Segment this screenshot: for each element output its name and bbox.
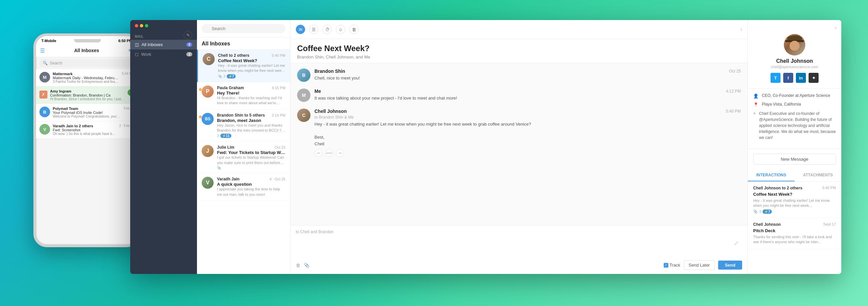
phone-avatar-square: ✗ [39, 91, 48, 98]
phone-email-preview: Hi Brandon, Since I scheduled this for y… [50, 97, 125, 101]
maximize-button[interactable] [145, 24, 148, 27]
email-sender: Chell to 2 others [218, 53, 249, 58]
thread-messages: B Brandon Shin Oct 25 Chell, nice to mee… [290, 63, 747, 225]
reply-all-btn[interactable]: ↩↩ [325, 149, 333, 157]
facebook-icon: f [787, 75, 789, 81]
phone-nav-bar: ☰ All Inboxes ✏ [36, 44, 137, 57]
email-item-varadh[interactable]: V Varadh Jain 4 · Oct 25 A quick questio… [197, 173, 290, 201]
toolbar-inbox-btn[interactable]: ✉ [296, 25, 305, 34]
attachment-icon[interactable]: 📎 [304, 263, 309, 268]
email-time: 5:40 PM [272, 54, 285, 57]
phone-carrier: T-Mobile [41, 39, 56, 43]
interaction-time: Sept 17 [823, 222, 836, 226]
track-checkbox[interactable]: ✓ Track [664, 263, 680, 268]
phone-email-item[interactable]: ✗ Amy Ingram Confirmation: Brandon, Bran… [36, 87, 137, 104]
toolbar-trash-btn[interactable]: 🗑 [349, 25, 359, 34]
message-text: Chell, nice to meet you! [314, 75, 741, 82]
toolbar-next-arrow[interactable]: › [741, 26, 742, 32]
interaction-item-coffee[interactable]: Chell Johnson to 2 others 5:40 PM Coffee… [748, 182, 841, 218]
interaction-item-pitch[interactable]: Chell Johnson Sept 17 Pitch Deck Thanks … [748, 218, 841, 249]
forward-btn[interactable]: ↪ [336, 149, 344, 157]
email-count: 3 [217, 134, 219, 137]
thread-compose: to Chell and Brandon ⤢ 🗑 📎 ✓ Track Send … [290, 225, 747, 274]
interaction-sender: Chell Johnson to 2 others [753, 186, 802, 190]
message-body: Me 4:12 PM It was nice talking about you… [314, 89, 741, 102]
toolbar-clock-btn[interactable]: ⏱ [322, 25, 332, 34]
message-to: to Brandon Shin & Me [314, 115, 741, 120]
other-social-button[interactable]: ✦ [809, 73, 818, 83]
email-item-paula[interactable]: P Paula Graham 4:15 PM Hey There! Hi Bra… [197, 82, 290, 110]
interaction-preview: Hey - it was great chatting earlier! Let… [753, 198, 836, 209]
message-sender: Chell Johnson [314, 109, 346, 114]
phone-status-bar: T-Mobile 6:50 PM [36, 36, 137, 44]
message-body: Chell Johnson 5:40 PM to Brandon Shin & … [314, 109, 741, 157]
phone-menu-icon[interactable]: ☰ [40, 48, 45, 54]
unread-dot [199, 88, 202, 91]
tab-attachments[interactable]: ATTACHMENTS [795, 170, 841, 181]
email-content: Chell to 2 others 5:40 PM Coffee Next We… [218, 53, 285, 79]
phone-email-item[interactable]: M Mattermark Mattermark Daily - Wednesda… [36, 69, 137, 87]
contact-social-links: T f in ✦ [754, 73, 835, 83]
facebook-button[interactable]: f [783, 73, 793, 83]
compose-textarea[interactable] [296, 236, 742, 256]
contact-avatar [784, 34, 805, 56]
reply-btn[interactable]: ↩ [314, 149, 322, 157]
thread-participants: Brandon Shin, Chell Johnson, and Me [297, 55, 741, 59]
sidebar-item-work[interactable]: ◻ Work 2 [130, 50, 197, 59]
contact-panel: › Chell Johnson chell@aperturesciencce.c… [748, 20, 841, 274]
email-item-julie[interactable]: J Julie Lim Oct 25 Fwd: Your Tickets to … [197, 142, 290, 173]
close-button[interactable] [135, 24, 138, 27]
phone-mockup: T-Mobile 6:50 PM ☰ All Inboxes ✏ 🔍 Searc… [33, 33, 140, 247]
email-content: Brandon Shin to 5 others 3:14 PM Brandon… [217, 113, 285, 138]
linkedin-button[interactable]: in [796, 73, 806, 83]
email-preview: I got our tickets to Startup Weekend! Ca… [217, 155, 285, 165]
twitter-button[interactable]: T [771, 73, 780, 83]
expand-icon[interactable]: ⤢ [734, 240, 739, 247]
desktop-app: ✎ MAIL ◫ All Inboxes 6 ◻ Work 2 🔍 All In… [130, 20, 841, 274]
count-label: 3 [759, 210, 761, 213]
contact-expand-arrow[interactable]: › [835, 25, 837, 31]
trash-icon[interactable]: 🗑 [296, 263, 301, 268]
phone-email-item[interactable]: B Polymail Team Your Polymail iOS Invite… [36, 104, 137, 121]
phone-email-subject: Confirmation: Brandon, Brandon | Ca [50, 93, 125, 97]
phone-email-preview: Welcome to Polymail! Congratulations, yo… [53, 115, 121, 118]
phone-email-sender: Polymail Team [53, 106, 121, 111]
email-time: 4 · Oct 25 [270, 177, 285, 181]
sidebar-item-all-inboxes[interactable]: ◫ All Inboxes 6 [130, 40, 197, 50]
interaction-subject: Pitch Deck [753, 228, 836, 233]
email-subject: Brandon, meet Jason [217, 118, 285, 123]
search-input[interactable] [202, 24, 285, 33]
phone-email-content: Varadh Jain to 2 others Fwd: Screenshot … [53, 124, 117, 135]
interaction-preview: Thanks for sending this over - I'll take… [753, 235, 836, 245]
checkbox-checked: ✓ [664, 263, 669, 268]
inbox-icon: ◫ [135, 42, 139, 47]
email-subject: Hey There! [217, 91, 285, 96]
compose-button[interactable]: ✎ [184, 31, 192, 39]
send-button[interactable]: Send [718, 261, 742, 270]
contact-location: Playa Vista, California [762, 102, 801, 106]
email-preview: Hi Brandon - thanks for reaching out! I'… [217, 96, 285, 106]
toolbar-emoji-btn[interactable]: ☺ [336, 25, 345, 34]
phone-search-bar[interactable]: 🔍 Search [39, 59, 134, 67]
minimize-button[interactable] [140, 24, 143, 27]
linkedin-icon: in [799, 75, 803, 81]
sidebar-item-label: All Inboxes [142, 42, 184, 47]
location-icon: 📍 [753, 102, 758, 107]
email-preview: Hey - it was great chatting earlier! Let… [218, 63, 285, 73]
compose-actions: 🗑 📎 ✓ Track Send Later Send [296, 260, 742, 270]
contact-title-row: 👤 CEO, Co-Founder at Aperture Science [753, 93, 836, 98]
contact-location-row: 📍 Playa Vista, California [753, 102, 836, 107]
message-item-brandon: B Brandon Shin Oct 25 Chell, nice to mee… [297, 68, 741, 82]
phone-email-item[interactable]: V Varadh Jain to 2 others Fwd: Screensho… [36, 121, 137, 139]
email-item-coffee[interactable]: C Chell to 2 others 5:40 PM Coffee Next … [197, 50, 290, 82]
sidebar: ✎ MAIL ◫ All Inboxes 6 ◻ Work 2 [130, 20, 197, 274]
toolbar-list-btn[interactable]: ☰ [309, 25, 318, 34]
interaction-subject: Coffee Next Week? [753, 192, 836, 197]
tab-interactions[interactable]: INTERACTIONS [748, 170, 795, 181]
new-message-button[interactable]: New Message [753, 154, 836, 165]
email-avatar: C [203, 53, 215, 65]
email-avatar: P [202, 86, 214, 97]
email-item-brandon[interactable]: BS Brandon Shin to 5 others 3:14 PM Bran… [197, 110, 290, 142]
phone-email-list: M Mattermark Mattermark Daily - Wednesda… [36, 69, 137, 139]
send-later-button[interactable]: Send Later [684, 260, 715, 270]
